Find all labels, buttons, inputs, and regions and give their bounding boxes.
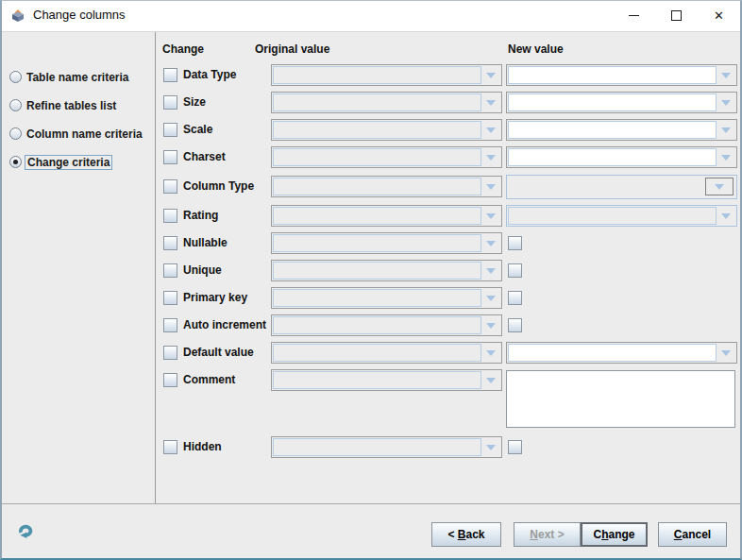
- back-button[interactable]: < Back: [431, 522, 501, 547]
- hidden-original-combobox: [271, 436, 502, 458]
- sidebar-item-column-name-criteria[interactable]: Column name criteria: [9, 126, 143, 142]
- dropdown-arrow-icon: [481, 344, 500, 362]
- row-label: Hidden: [183, 436, 222, 458]
- dropdown-arrow-icon: [481, 289, 500, 307]
- row-label: Size: [183, 92, 206, 113]
- primary-key-original-combobox: [271, 287, 502, 309]
- sidebar-item-label: Column name criteria: [26, 127, 143, 141]
- data-type-change-checkbox[interactable]: [163, 68, 177, 82]
- charset-change-checkbox[interactable]: [163, 150, 177, 164]
- data-type-original-combobox: [271, 64, 502, 86]
- combo-field: [273, 66, 481, 84]
- rating-new-combobox: [506, 205, 737, 227]
- size-new-combobox[interactable]: [506, 92, 737, 113]
- sidebar-item-label: Refine tables list: [26, 99, 116, 112]
- dropdown-arrow-icon: [481, 66, 500, 84]
- sidebar-item-change-criteria[interactable]: Change criteria: [9, 154, 112, 170]
- nullable-change-checkbox[interactable]: [163, 236, 177, 250]
- window-title: Change columns: [33, 8, 126, 22]
- comment-change-checkbox[interactable]: [163, 373, 177, 387]
- column-type-new-combobox: [506, 175, 737, 199]
- button-mnemonic: B: [458, 528, 466, 541]
- combo-field: [273, 262, 481, 280]
- primary-key-new-checkbox[interactable]: [508, 291, 522, 305]
- combo-field: [273, 121, 481, 139]
- button-label: ange: [609, 528, 635, 541]
- row-label: Comment: [183, 369, 235, 391]
- default-value-new-combobox[interactable]: [506, 342, 737, 364]
- row-label: Data Type: [183, 64, 236, 86]
- combo-field[interactable]: [508, 66, 717, 84]
- sidebar-item-table-name-criteria[interactable]: Table name criteria: [9, 69, 129, 85]
- row-label: Nullable: [183, 232, 228, 254]
- combo-field[interactable]: [508, 344, 717, 362]
- dropdown-arrow-icon[interactable]: [717, 66, 735, 84]
- rating-change-checkbox[interactable]: [163, 209, 177, 223]
- button-label: ancel: [682, 528, 711, 541]
- radio-icon[interactable]: [9, 127, 22, 140]
- change-columns-dialog: Change columns ✕ Table name criteria Ref…: [0, 0, 742, 560]
- button-mnemonic: C: [674, 528, 683, 541]
- reset-button[interactable]: [15, 521, 34, 540]
- radio-icon[interactable]: [9, 71, 22, 83]
- size-change-checkbox[interactable]: [163, 95, 177, 110]
- sidebar-item-refine-tables-list[interactable]: Refine tables list: [9, 97, 116, 113]
- charset-new-combobox[interactable]: [506, 146, 737, 168]
- maximize-icon: [671, 10, 682, 21]
- auto-increment-new-checkbox[interactable]: [508, 318, 522, 332]
- dropdown-arrow-icon[interactable]: [717, 93, 735, 111]
- unique-change-checkbox[interactable]: [163, 263, 177, 278]
- unique-original-combobox: [271, 260, 502, 281]
- close-button[interactable]: ✕: [698, 1, 740, 30]
- button-bar: < Back Next > Change Cancel: [2, 503, 740, 558]
- radio-selected-icon[interactable]: [9, 156, 22, 168]
- nullable-new-checkbox[interactable]: [508, 236, 522, 250]
- hidden-new-checkbox[interactable]: [508, 440, 522, 454]
- rating-original-combobox: [271, 205, 502, 227]
- scale-change-checkbox[interactable]: [163, 123, 177, 137]
- dropdown-arrow-icon: [481, 316, 500, 334]
- row-label: Rating: [183, 205, 218, 227]
- change-button[interactable]: Change: [581, 522, 648, 547]
- column-type-original-combobox: [271, 176, 502, 197]
- header-change: Change: [162, 42, 204, 56]
- hidden-change-checkbox[interactable]: [163, 440, 177, 454]
- button-label: C: [593, 528, 601, 541]
- data-type-new-combobox[interactable]: [506, 64, 737, 86]
- maximize-button[interactable]: [655, 1, 698, 30]
- combo-field[interactable]: [508, 93, 717, 111]
- primary-key-change-checkbox[interactable]: [163, 291, 177, 305]
- cancel-button[interactable]: Cancel: [658, 522, 727, 547]
- combo-field[interactable]: [508, 121, 717, 139]
- default-value-change-checkbox[interactable]: [163, 346, 177, 360]
- combo-field[interactable]: [508, 148, 717, 166]
- dropdown-arrow-icon: [481, 207, 500, 225]
- scale-new-combobox[interactable]: [506, 119, 737, 141]
- auto-increment-change-checkbox[interactable]: [163, 318, 177, 332]
- combo-field: [273, 316, 481, 334]
- dropdown-arrow-icon[interactable]: [717, 121, 735, 139]
- minimize-button[interactable]: [613, 1, 655, 30]
- comment-new-textarea[interactable]: [506, 370, 735, 428]
- close-icon: ✕: [714, 9, 724, 22]
- radio-icon[interactable]: [9, 99, 22, 111]
- comment-original-combobox: [271, 369, 502, 391]
- header-new-value: New value: [508, 42, 564, 56]
- dropdown-arrow-icon[interactable]: [717, 148, 735, 166]
- combo-field: [273, 93, 481, 111]
- column-type-change-checkbox[interactable]: [163, 179, 177, 194]
- dropdown-arrow-icon: [717, 207, 735, 225]
- combo-field: [508, 207, 717, 225]
- size-original-combobox: [271, 92, 502, 113]
- button-label: ext >: [538, 528, 565, 541]
- unique-new-checkbox[interactable]: [508, 263, 522, 278]
- undo-arrow-icon: [17, 523, 33, 538]
- dropdown-arrow-icon: [481, 93, 500, 111]
- dropdown-arrow-icon[interactable]: [717, 344, 735, 362]
- dropdown-arrow-icon: [481, 438, 500, 456]
- next-button: Next >: [514, 522, 581, 547]
- row-label: Scale: [183, 119, 212, 141]
- sidebar-item-label: Table name criteria: [26, 71, 129, 84]
- sidebar-item-label: Change criteria: [25, 155, 112, 170]
- scale-original-combobox: [271, 119, 502, 141]
